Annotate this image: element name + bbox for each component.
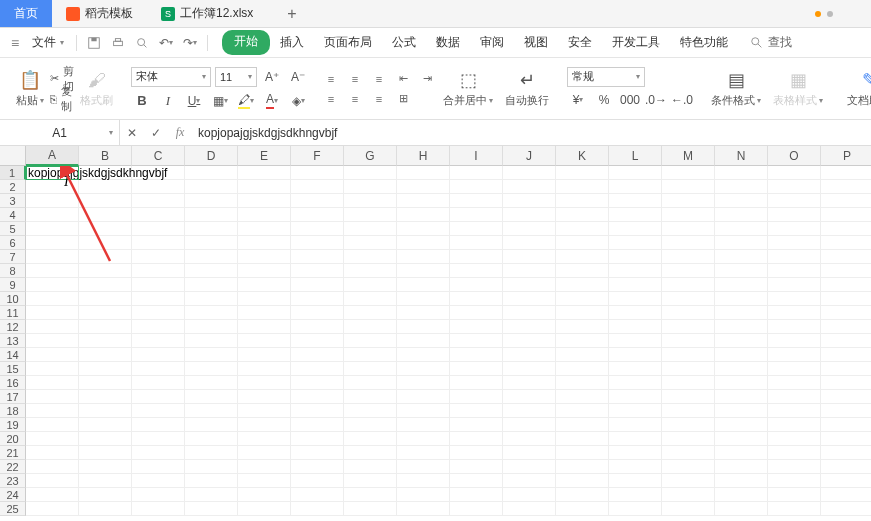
cell[interactable] [238,250,291,264]
cell[interactable] [238,222,291,236]
tab-home[interactable]: 首页 [0,0,52,27]
bold-button[interactable]: B [131,90,153,112]
cell[interactable] [26,446,79,460]
cell[interactable] [26,334,79,348]
tab-data[interactable]: 数据 [426,30,470,55]
doc-helper-button[interactable]: ✎ 文档助手 [841,67,871,110]
font-name-select[interactable]: 宋体▾ [131,67,211,87]
cell[interactable] [662,222,715,236]
font-color-button[interactable]: A▾ [261,90,283,112]
cell[interactable] [344,306,397,320]
cell[interactable] [450,166,503,180]
cell[interactable] [556,250,609,264]
cell[interactable] [768,376,821,390]
cell[interactable] [768,208,821,222]
column-header-K[interactable]: K [556,146,609,166]
cell[interactable] [609,474,662,488]
cell[interactable] [79,376,132,390]
cell[interactable] [662,292,715,306]
cell[interactable] [609,236,662,250]
cell[interactable] [609,418,662,432]
cell[interactable] [662,446,715,460]
cell[interactable] [397,348,450,362]
cell[interactable] [238,404,291,418]
cell[interactable] [132,306,185,320]
cell[interactable] [291,180,344,194]
cells-area[interactable]: kopjopajgjskdgjsdkhngvbjf I [26,166,871,516]
cell[interactable] [132,390,185,404]
row-header-15[interactable]: 15 [0,362,26,376]
decrease-decimal-button[interactable]: ←.0 [671,89,693,111]
cell[interactable] [821,432,871,446]
cell[interactable] [609,278,662,292]
cell[interactable] [344,208,397,222]
cell[interactable] [662,208,715,222]
cell[interactable] [662,194,715,208]
cell[interactable] [662,250,715,264]
cell[interactable] [344,180,397,194]
select-all-corner[interactable] [0,146,26,166]
cell[interactable] [821,208,871,222]
cell[interactable] [132,362,185,376]
formula-input[interactable]: kopjopajgjskdgjsdkhngvbjf [192,126,871,140]
cell[interactable] [132,180,185,194]
undo-button[interactable]: ↶▾ [155,32,177,54]
column-header-I[interactable]: I [450,146,503,166]
cell[interactable] [238,320,291,334]
cell[interactable] [291,488,344,502]
row-header-11[interactable]: 11 [0,306,26,320]
cell[interactable] [291,292,344,306]
cell[interactable] [397,236,450,250]
cell[interactable] [26,292,79,306]
cell[interactable] [291,502,344,516]
cell[interactable] [344,236,397,250]
cell[interactable] [768,194,821,208]
cell[interactable] [397,446,450,460]
cell[interactable] [768,362,821,376]
cell[interactable] [662,278,715,292]
cell[interactable] [821,376,871,390]
row-header-20[interactable]: 20 [0,432,26,446]
cell[interactable] [821,474,871,488]
tab-template[interactable]: 稻壳模板 [52,0,147,27]
cell[interactable] [397,320,450,334]
cell[interactable] [344,376,397,390]
cell[interactable] [768,166,821,180]
column-header-A[interactable]: A [26,146,79,166]
save-button[interactable] [83,32,105,54]
paste-button[interactable]: 📋 粘贴▾ [10,67,50,110]
cell[interactable] [450,180,503,194]
cell[interactable] [26,348,79,362]
cell[interactable] [821,292,871,306]
cell[interactable] [344,460,397,474]
cell[interactable] [715,278,768,292]
cell[interactable] [768,334,821,348]
cell[interactable] [503,222,556,236]
cell[interactable] [450,264,503,278]
cell[interactable] [238,236,291,250]
cell[interactable] [26,404,79,418]
cell[interactable] [132,264,185,278]
cell[interactable] [662,418,715,432]
cell[interactable] [821,278,871,292]
cell[interactable] [768,264,821,278]
cell[interactable] [715,432,768,446]
cell[interactable] [132,208,185,222]
increase-font-button[interactable]: A⁺ [261,66,283,88]
column-header-L[interactable]: L [609,146,662,166]
cell[interactable] [609,362,662,376]
tab-dev[interactable]: 开发工具 [602,30,670,55]
cell[interactable] [291,334,344,348]
cell[interactable] [768,404,821,418]
cell[interactable] [185,292,238,306]
row-header-12[interactable]: 12 [0,320,26,334]
cell[interactable] [344,166,397,180]
cell[interactable] [344,446,397,460]
cell[interactable] [397,306,450,320]
cell[interactable] [662,432,715,446]
merge-center-button[interactable]: ⬚ 合并居中▾ [437,67,499,110]
row-header-22[interactable]: 22 [0,460,26,474]
redo-button[interactable]: ↷▾ [179,32,201,54]
cell[interactable] [556,334,609,348]
cell[interactable] [768,236,821,250]
